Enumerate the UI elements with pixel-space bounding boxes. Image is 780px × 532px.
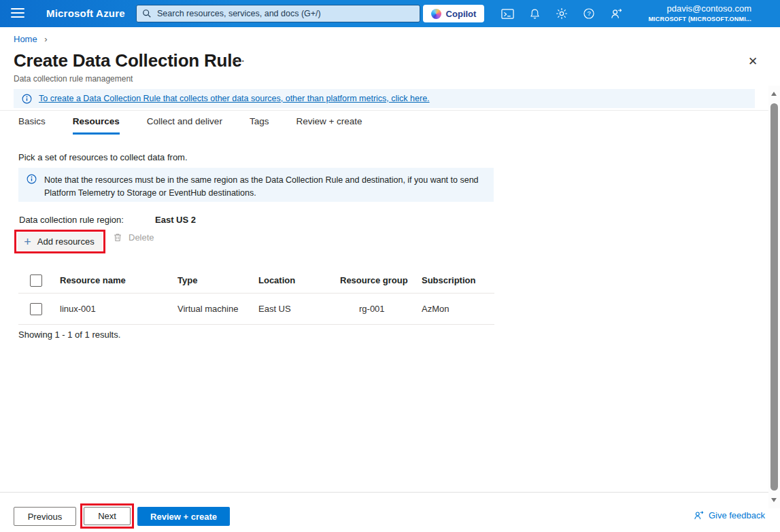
notifications-bell-icon[interactable] xyxy=(526,5,543,22)
cell-resource-group: rg-001 xyxy=(340,304,422,314)
banner-link[interactable]: To create a Data Collection Rule that co… xyxy=(39,94,430,103)
table-header-row: Resource name Type Location Resource gro… xyxy=(18,268,494,294)
column-header: Resource group xyxy=(340,275,422,285)
overflow-menu-icon[interactable]: ··· xyxy=(233,56,246,67)
tab-resources[interactable]: Resources xyxy=(73,116,120,135)
tab-tags[interactable]: Tags xyxy=(250,116,269,135)
brand-title[interactable]: Microsoft Azure xyxy=(46,7,125,19)
feedback-icon xyxy=(693,510,705,521)
cell-subscription: AzMon xyxy=(422,304,494,314)
scrollbar-down-arrow-icon[interactable] xyxy=(771,498,777,502)
trash-icon xyxy=(113,232,122,243)
plus-icon: + xyxy=(24,236,31,248)
intro-text: Pick a set of resources to collect data … xyxy=(18,152,188,162)
scrollbar-thumb[interactable] xyxy=(770,103,778,491)
azure-portal-window: Microsoft Azure Copilot ? xyxy=(0,0,780,532)
info-icon xyxy=(27,174,37,184)
svg-text:?: ? xyxy=(587,10,590,17)
info-banner: To create a Data Collection Rule that co… xyxy=(14,89,755,108)
review-create-button[interactable]: Review + create xyxy=(137,507,230,526)
region-row: Data collection rule region: East US 2 xyxy=(19,215,124,225)
cloud-shell-icon[interactable] xyxy=(499,5,515,22)
breadcrumb-chevron-icon: › xyxy=(44,34,47,44)
close-icon[interactable]: ✕ xyxy=(748,54,758,69)
next-button[interactable]: Next xyxy=(84,507,131,525)
select-all-checkbox[interactable] xyxy=(30,274,42,287)
copilot-button[interactable]: Copilot xyxy=(423,5,484,22)
delete-button[interactable]: Delete xyxy=(113,232,154,243)
previous-button[interactable]: Previous xyxy=(14,507,76,526)
cell-resource-name: linux-001 xyxy=(60,304,177,314)
scrollbar-up-arrow-icon[interactable] xyxy=(771,92,777,96)
give-feedback-link[interactable]: Give feedback xyxy=(693,510,765,521)
note-banner: Note that the resources must be in the s… xyxy=(18,168,494,202)
delete-label: Delete xyxy=(129,232,154,243)
region-value: East US 2 xyxy=(155,215,196,225)
account-menu[interactable]: pdavis@contoso.com MICROSOFT (MICROSOFT.… xyxy=(648,3,751,24)
account-email: pdavis@contoso.com xyxy=(648,3,751,15)
column-header: Resource name xyxy=(60,275,177,285)
column-header: Location xyxy=(258,275,340,285)
copilot-label: Copilot xyxy=(446,9,477,19)
page-subtitle: Data collection rule management xyxy=(14,74,133,84)
table-row[interactable]: linux-001 Virtual machine East US rg-001… xyxy=(18,294,494,325)
hamburger-menu-icon[interactable] xyxy=(11,8,24,19)
copilot-icon xyxy=(431,9,441,19)
search-input[interactable] xyxy=(157,9,414,18)
region-label: Data collection rule region: xyxy=(19,215,124,225)
wizard-tabs: Basics Resources Collect and deliver Tag… xyxy=(18,116,362,135)
search-icon xyxy=(142,9,152,18)
column-header: Subscription xyxy=(422,275,494,285)
settings-gear-icon[interactable] xyxy=(554,5,570,22)
results-summary: Showing 1 - 1 of 1 results. xyxy=(18,330,120,340)
note-text: Note that the resources must be in the s… xyxy=(44,175,479,198)
resources-table: Resource name Type Location Resource gro… xyxy=(18,268,494,325)
cell-location: East US xyxy=(258,304,340,314)
vertical-scrollbar[interactable] xyxy=(768,86,780,508)
annotation-highlight-next: Next xyxy=(80,503,134,529)
tab-review-create[interactable]: Review + create xyxy=(296,116,362,135)
add-resources-label: Add resources xyxy=(37,236,95,247)
feedback-person-icon[interactable] xyxy=(608,5,624,22)
row-checkbox[interactable] xyxy=(30,303,42,315)
tab-collect-and-deliver[interactable]: Collect and deliver xyxy=(147,116,222,135)
info-icon xyxy=(22,94,32,104)
header-divider xyxy=(0,110,768,111)
breadcrumb-home-link[interactable]: Home xyxy=(14,34,37,44)
topbar-icon-group: ? xyxy=(499,0,624,27)
add-resources-button[interactable]: + Add resources xyxy=(18,232,101,251)
top-navigation-bar: Microsoft Azure Copilot ? xyxy=(0,0,780,27)
breadcrumb: Home › xyxy=(14,34,48,44)
wizard-footer: Previous Next Review + create Give feedb… xyxy=(0,492,780,532)
global-search[interactable] xyxy=(136,5,420,22)
page-title: Create Data Collection Rule xyxy=(14,50,242,71)
tab-basics[interactable]: Basics xyxy=(18,116,46,135)
account-tenant: MICROSOFT (MICROSOFT.ONMI... xyxy=(648,15,751,24)
column-header: Type xyxy=(177,275,258,285)
give-feedback-label: Give feedback xyxy=(709,510,765,520)
annotation-highlight-add-resources: + Add resources xyxy=(14,230,105,253)
help-icon[interactable]: ? xyxy=(581,5,597,22)
cell-type: Virtual machine xyxy=(177,304,258,314)
